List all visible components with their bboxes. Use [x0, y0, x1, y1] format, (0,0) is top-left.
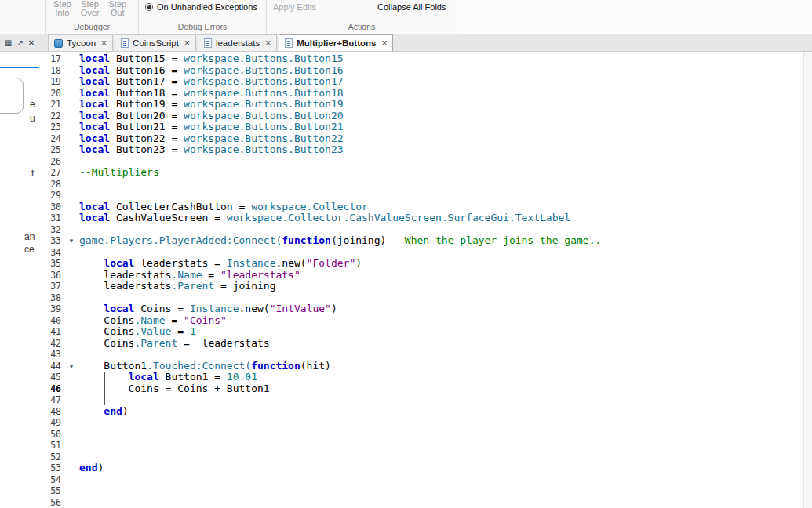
code-text: end) — [79, 463, 803, 474]
code-line[interactable]: 27--Multipliers — [43, 167, 803, 179]
fold-arrow-icon[interactable]: ▾ — [64, 361, 79, 372]
code-line[interactable]: 22local Button20 = workspace.Buttons.But… — [43, 111, 803, 122]
step-over-button[interactable]: Step Over — [81, 0, 100, 22]
code-line[interactable]: 19local Button17 = workspace.Buttons.But… — [43, 76, 803, 88]
code-line[interactable]: 20local Button18 = workspace.Buttons.But… — [43, 88, 803, 100]
code-line[interactable]: 41 Coins.Value = 1 — [43, 326, 803, 338]
code-line[interactable]: 40 Coins.Name = "Coins" — [43, 315, 803, 327]
line-number: 52 — [43, 452, 64, 463]
code-line[interactable]: 18local Button16 = workspace.Buttons.But… — [43, 65, 803, 77]
panel-close-icon[interactable]: ✕ — [28, 38, 35, 47]
code-line[interactable]: 49 — [43, 417, 803, 429]
line-number: 42 — [43, 338, 64, 350]
apply-edits-button[interactable]: Apply Edits — [273, 2, 316, 22]
search-box-partial[interactable] — [0, 78, 24, 114]
code-line[interactable]: 44▾ Button1.Touched:Connect(function(hit… — [43, 361, 803, 372]
code-line[interactable]: 50 — [43, 429, 803, 441]
close-tab-icon[interactable]: × — [381, 38, 387, 49]
code-line[interactable]: 52 — [43, 452, 803, 463]
code-line[interactable]: 17local Button15 = workspace.Buttons.But… — [43, 53, 803, 65]
radio-button-icon[interactable] — [145, 3, 153, 11]
panel-popout-icon[interactable]: ↗ — [16, 38, 23, 47]
line-number: 21 — [43, 99, 64, 111]
code-line[interactable]: 38 — [43, 292, 803, 304]
script-editor[interactable]: 17local Button15 = workspace.Buttons.But… — [43, 52, 803, 508]
close-tab-icon[interactable]: × — [184, 38, 190, 49]
close-tab-icon[interactable]: × — [101, 38, 107, 49]
code-line[interactable]: 43 — [43, 349, 803, 361]
close-tab-icon[interactable]: × — [265, 38, 271, 49]
code-text: Coins.Name = "Coins" — [79, 315, 803, 327]
code-line[interactable]: 36 leaderstats.Name = "leaderstats" — [43, 270, 803, 281]
code-line[interactable]: 24local Button22 = workspace.Buttons.But… — [43, 133, 803, 145]
code-text — [79, 485, 803, 497]
fold-gutter — [64, 212, 79, 224]
ribbon-empty-area — [457, 0, 812, 34]
fold-gutter — [64, 326, 79, 338]
code-line[interactable]: 29 — [43, 190, 803, 201]
panel-text-fragment: an — [24, 231, 35, 242]
tab-coinsscript[interactable]: CoinsScript× — [115, 34, 196, 51]
tab-multiplier-buttons[interactable]: Multiplier+Buttons× — [279, 34, 393, 51]
code-line[interactable]: 51 — [43, 440, 803, 452]
step-out-button[interactable]: Step Out — [108, 0, 126, 22]
step-into-button[interactable]: Step Into — [53, 0, 71, 22]
code-line[interactable]: 25local Button23 = workspace.Buttons.But… — [43, 144, 803, 156]
tab-tycoon[interactable]: Tycoon× — [48, 34, 113, 51]
indent-guide — [104, 372, 105, 405]
line-number: 49 — [43, 417, 64, 429]
tab-leaderstats[interactable]: leaderstats× — [198, 34, 277, 51]
panel-dock-icon[interactable]: ▦ — [5, 38, 12, 47]
line-number: 33 — [43, 235, 64, 247]
code-line[interactable]: 56 — [43, 497, 803, 508]
code-text: local Button22 = workspace.Buttons.Butto… — [79, 133, 803, 145]
code-line[interactable]: 42 Coins.Parent = leaderstats — [43, 338, 803, 350]
editor-vertical-scrollbar[interactable] — [803, 52, 812, 508]
code-line[interactable]: 37 leaderstats.Parent = joining — [43, 281, 803, 292]
code-line[interactable]: 39 local Coins = Instance.new("IntValue"… — [43, 303, 803, 315]
fold-arrow-icon[interactable]: ▾ — [64, 235, 79, 247]
code-line[interactable]: 53end) — [43, 463, 803, 474]
code-line[interactable]: 26 — [43, 156, 803, 168]
step-into-label-2: Into — [55, 9, 69, 17]
left-panel-sliver: e u t an ce — [0, 52, 43, 508]
code-line[interactable]: 28 — [43, 179, 803, 190]
fold-gutter — [64, 474, 79, 486]
code-line[interactable]: 54 — [43, 474, 803, 486]
code-line[interactable]: 33▾game.Players.PlayerAdded:Connect(func… — [43, 235, 803, 247]
fold-gutter — [64, 303, 79, 315]
code-line[interactable]: 45 local Button1 = 10.01 — [43, 372, 803, 383]
code-text — [79, 349, 803, 361]
fold-gutter — [64, 53, 79, 65]
code-line[interactable]: 47 — [43, 394, 803, 406]
line-number: 32 — [43, 224, 64, 236]
tab-label: leaderstats — [216, 38, 260, 48]
line-number: 41 — [43, 326, 64, 338]
line-number: 23 — [43, 122, 64, 133]
code-text: local Button1 = 10.01 — [79, 372, 803, 383]
line-number: 47 — [43, 394, 64, 406]
ribbon-group-cutoff — [0, 0, 46, 34]
fold-gutter — [64, 429, 79, 441]
panel-text-fragment: u — [30, 113, 35, 124]
code-text: local Button17 = workspace.Buttons.Butto… — [79, 76, 803, 88]
code-line[interactable]: 55 — [43, 485, 803, 497]
script-icon — [204, 38, 212, 48]
code-line[interactable]: 48 end) — [43, 406, 803, 418]
fold-gutter — [64, 281, 79, 292]
code-line[interactable]: 46 Coins = Coins + Button1 — [43, 383, 803, 395]
code-line[interactable]: 21local Button19 = workspace.Buttons.But… — [43, 99, 803, 111]
code-line[interactable]: 23local Button21 = workspace.Buttons.But… — [43, 122, 803, 133]
code-line[interactable]: 30local CollecterCashButton = workspace.… — [43, 201, 803, 213]
fold-gutter — [64, 417, 79, 429]
code-text: leaderstats.Parent = joining — [79, 281, 803, 292]
code-line[interactable]: 34 — [43, 247, 803, 259]
code-line[interactable]: 32 — [43, 224, 803, 236]
code-line[interactable]: 31local CashValueScreen = workspace.Coll… — [43, 212, 803, 224]
on-unhandled-exceptions-radio[interactable]: On Unhandled Exceptions — [139, 0, 257, 22]
code-line[interactable]: 35 local leaderstats = Instance.new("Fol… — [43, 258, 803, 270]
fold-gutter — [64, 88, 79, 100]
code-text: local Button15 = workspace.Buttons.Butto… — [79, 53, 803, 65]
fold-gutter — [64, 338, 79, 350]
collapse-all-folds-button[interactable]: Collapse All Folds — [377, 2, 446, 22]
